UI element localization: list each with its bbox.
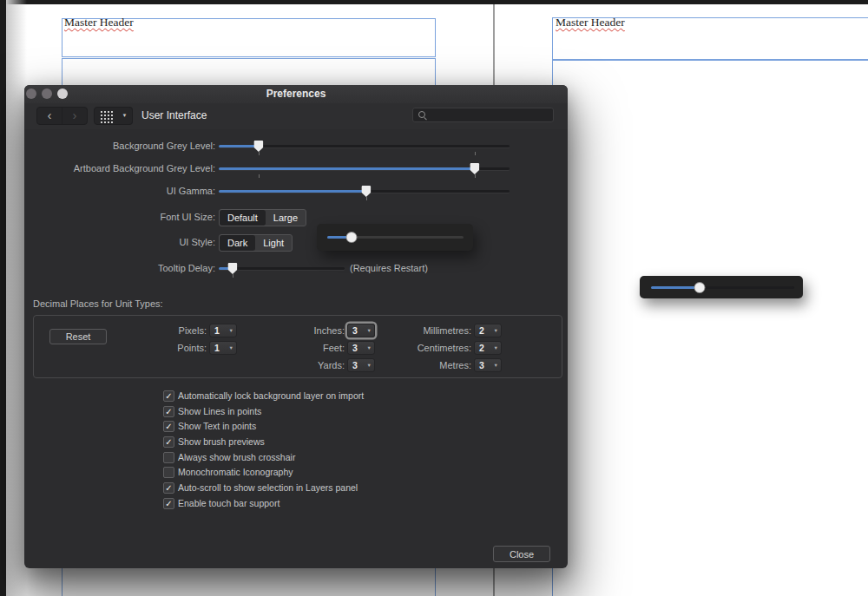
sections-dropdown-button[interactable]: ▼ — [117, 107, 133, 125]
metres-value: 3 — [479, 359, 484, 371]
ui-style-label: UI Style: — [179, 237, 215, 247]
inches-label: Inches: — [314, 325, 345, 336]
inches-dropdown[interactable]: 3 ▼ — [347, 324, 375, 337]
style-popover-panel — [317, 224, 473, 251]
yards-label: Yards: — [318, 360, 345, 370]
floating-slider-panel — [640, 276, 803, 298]
feet-value: 3 — [352, 342, 358, 354]
ui-style-segmented: Dark Light — [219, 234, 293, 252]
ui-style-light-option[interactable]: Light — [255, 235, 292, 251]
feet-dropdown[interactable]: 3 ▼ — [347, 341, 375, 355]
floating-slider[interactable] — [651, 286, 794, 289]
checkbox-label: Monochromatic Iconography — [178, 467, 293, 477]
ui-gamma-slider[interactable] — [219, 190, 510, 193]
slider-tick — [259, 174, 260, 178]
checkbox-label: Show Text in points — [178, 421, 256, 431]
tooltip-delay-slider[interactable] — [219, 267, 345, 270]
left-master-header-text[interactable]: Master Header — [64, 16, 134, 29]
artboard-grey-label: Artboard Background Grey Level: — [74, 163, 215, 174]
checkbox-brush-crosshair[interactable] — [163, 452, 174, 463]
ui-gamma-label: UI Gamma: — [167, 186, 215, 196]
checkbox-label: Always show brush crosshair — [178, 452, 295, 462]
tooltip-delay-label: Tooltip Delay: — [158, 263, 215, 273]
chevron-down-icon: ▼ — [367, 324, 372, 337]
slider-thumb[interactable] — [470, 163, 479, 174]
search-input[interactable] — [412, 108, 554, 122]
slider-tick — [233, 274, 233, 278]
nav-button-group: ‹ › — [36, 107, 88, 125]
dialog-title: Preferences — [24, 85, 568, 103]
font-ui-size-label: Font UI Size: — [160, 212, 215, 222]
checkbox-touch-bar[interactable]: ✓ — [163, 498, 174, 509]
chevron-down-icon: ▼ — [494, 359, 498, 371]
font-ui-size-segmented: Default Large — [219, 209, 306, 226]
slider-tick — [259, 152, 260, 155]
background-grey-slider[interactable] — [219, 145, 510, 147]
app-top-edge — [0, 0, 868, 4]
checkbox-lock-background[interactable]: ✓ — [163, 390, 174, 402]
inches-value: 3 — [352, 324, 358, 337]
right-master-header-text[interactable]: Master Header — [556, 16, 625, 29]
metres-dropdown[interactable]: 3 ▼ — [474, 358, 502, 372]
screen: Master Header Master Header Preferences … — [0, 0, 868, 596]
search-icon — [418, 111, 425, 118]
dialog-toolbar: ‹ › ▼ User Interface — [24, 103, 568, 129]
feet-label: Feet: — [323, 343, 345, 353]
slider-thumb[interactable] — [347, 233, 357, 242]
back-button[interactable]: ‹ — [37, 108, 62, 124]
points-dropdown[interactable]: 1 ▼ — [209, 341, 237, 355]
centimetres-label: Centimetres: — [418, 343, 471, 353]
reset-button[interactable]: Reset — [49, 329, 107, 344]
checkbox-monochromatic-iconography[interactable] — [163, 467, 174, 478]
font-size-default-option[interactable]: Default — [220, 210, 266, 226]
ui-style-dark-option[interactable]: Dark — [220, 235, 255, 251]
grid-icon — [100, 110, 113, 123]
chevron-down-icon: ▼ — [229, 342, 233, 354]
font-size-large-option[interactable]: Large — [266, 210, 306, 226]
chevron-down-icon: ▼ — [494, 342, 498, 354]
chevron-down-icon: ▼ — [367, 342, 372, 354]
chevron-down-icon: ▼ — [494, 324, 498, 337]
slider-tick — [366, 197, 367, 200]
checkbox-label: Auto-scroll to show selection in Layers … — [178, 482, 358, 493]
millimetres-label: Millimetres: — [423, 325, 471, 336]
pixels-dropdown[interactable]: 1 ▼ — [209, 324, 237, 337]
slider-thumb[interactable] — [227, 263, 237, 274]
app-left-edge — [0, 0, 6, 596]
slider-thumb[interactable] — [253, 141, 263, 152]
pixels-value: 1 — [214, 324, 220, 337]
checkbox-show-text-points[interactable]: ✓ — [163, 421, 174, 432]
checkbox-show-lines-points[interactable]: ✓ — [163, 406, 174, 417]
checkbox-label: Automatically lock background layer on i… — [178, 390, 364, 401]
slider-tick — [475, 174, 476, 178]
points-value: 1 — [214, 342, 220, 354]
requires-restart-note: (Requires Restart) — [350, 263, 428, 273]
yards-dropdown[interactable]: 3 ▼ — [347, 358, 375, 372]
forward-button[interactable]: › — [62, 108, 87, 124]
artboard-grey-slider[interactable] — [219, 167, 510, 170]
sections-grid-button[interactable] — [94, 107, 119, 125]
checkbox-label: Enable touch bar support — [178, 498, 279, 508]
points-label: Points: — [177, 343, 207, 353]
right-body-frame[interactable] — [552, 60, 868, 596]
preferences-dialog: Preferences ‹ › ▼ User Interface Backgro… — [24, 85, 568, 568]
chevron-down-icon: ▼ — [367, 359, 372, 371]
checkbox-label: Show Lines in points — [178, 406, 261, 416]
style-popover-slider[interactable] — [327, 236, 464, 239]
centimetres-dropdown[interactable]: 2 ▼ — [474, 341, 502, 355]
chevron-down-icon: ▼ — [229, 324, 233, 337]
yards-value: 3 — [352, 359, 358, 371]
dialog-titlebar[interactable]: Preferences — [24, 85, 568, 103]
close-button[interactable]: Close — [493, 546, 550, 562]
millimetres-dropdown[interactable]: 2 ▼ — [474, 324, 502, 337]
section-title: User Interface — [141, 107, 207, 125]
slider-tick — [475, 152, 476, 155]
slider-thumb[interactable] — [361, 186, 371, 197]
millimetres-value: 2 — [479, 324, 484, 337]
decimal-places-heading: Decimal Places for Unit Types: — [33, 298, 163, 309]
slider-thumb[interactable] — [695, 283, 705, 292]
checkbox-brush-previews[interactable]: ✓ — [163, 436, 174, 448]
metres-label: Metres: — [439, 360, 471, 370]
centimetres-value: 2 — [479, 342, 484, 354]
checkbox-autoscroll-layers[interactable]: ✓ — [163, 482, 174, 494]
